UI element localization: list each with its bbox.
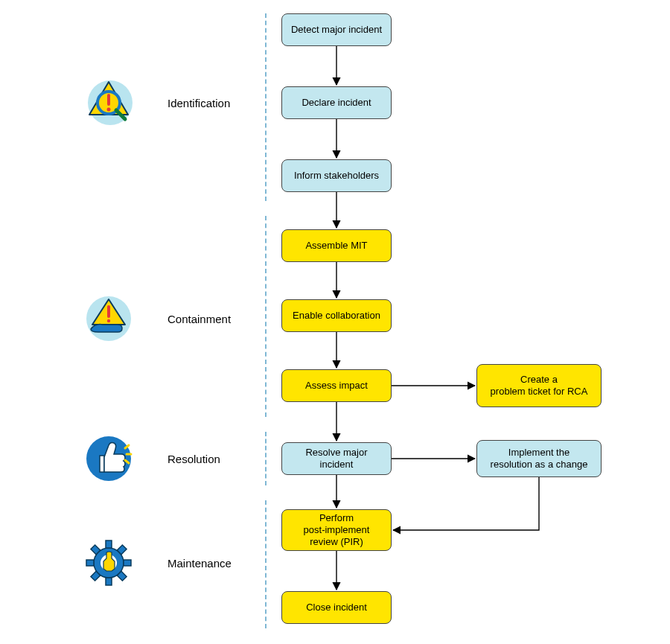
node-label: Detect major incident — [291, 24, 382, 36]
node-label: Implement theresolution as a change — [491, 447, 588, 471]
node-rca: Create aproblem ticket for RCA — [476, 364, 602, 407]
phase-label-resolution: Resolution — [168, 453, 220, 465]
node-label: Declare incident — [302, 97, 371, 109]
node-pir: Performpost-implementreview (PIR) — [281, 509, 392, 551]
node-label: Create aproblem ticket for RCA — [491, 374, 588, 398]
phase-separator-4 — [265, 500, 267, 628]
node-label: Enable collaboration — [293, 310, 380, 322]
node-label: Close incident — [306, 602, 367, 613]
phase-label-containment: Containment — [168, 313, 231, 325]
phase-separator-2 — [265, 216, 267, 417]
gear-wrench-icon — [82, 536, 135, 590]
node-label: Performpost-implementreview (PIR) — [304, 512, 370, 549]
svg-point-9 — [107, 319, 110, 322]
node-assemble: Assemble MIT — [281, 229, 392, 262]
svg-rect-16 — [106, 578, 112, 585]
node-assess: Assess impact — [281, 369, 392, 402]
node-implement: Implement theresolution as a change — [476, 440, 602, 477]
svg-point-5 — [107, 108, 111, 112]
node-label: Assess impact — [305, 380, 368, 392]
alert-magnify-icon — [82, 76, 135, 130]
thumbs-up-icon — [82, 432, 135, 485]
node-label: Inform stakeholders — [294, 170, 379, 182]
warning-hand-icon — [82, 292, 135, 345]
node-declare: Declare incident — [281, 86, 392, 119]
node-label: Resolve major incident — [288, 447, 385, 471]
node-label: Assemble MIT — [305, 240, 367, 252]
phase-label-identification: Identification — [168, 97, 230, 109]
node-resolve: Resolve major incident — [281, 442, 392, 475]
node-enable: Enable collaboration — [281, 299, 392, 332]
phase-separator-3 — [265, 432, 267, 485]
diagram-canvas: Identification Containment Resolution Ma… — [0, 0, 670, 644]
phase-separator-1 — [265, 13, 267, 201]
svg-rect-18 — [124, 560, 131, 566]
phase-label-maintenance: Maintenance — [168, 557, 232, 570]
node-close: Close incident — [281, 591, 392, 624]
svg-rect-17 — [86, 560, 94, 566]
svg-rect-15 — [106, 541, 112, 548]
node-detect: Detect major incident — [281, 13, 392, 46]
node-inform: Inform stakeholders — [281, 159, 392, 192]
